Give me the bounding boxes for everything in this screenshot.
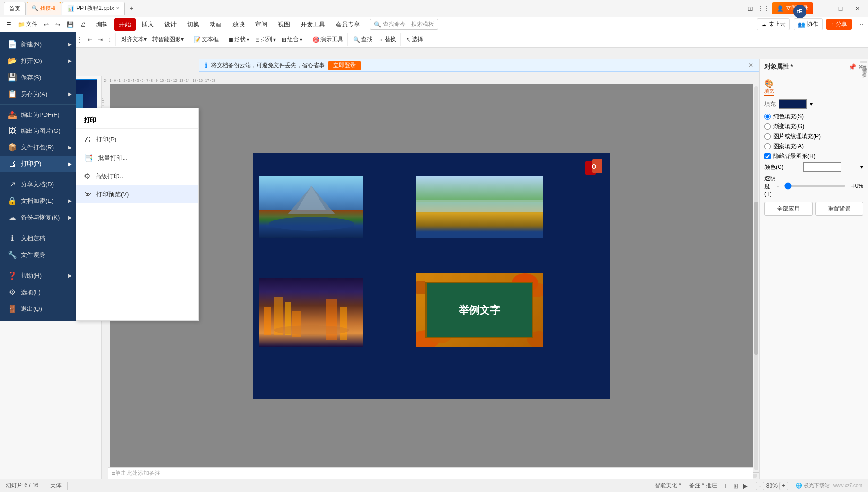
side-tab-2[interactable]: 动画 <box>860 64 867 67</box>
image-city[interactable] <box>259 278 363 347</box>
view-present-button[interactable]: ▶ <box>743 482 748 490</box>
batch-print-button[interactable]: 📑 批量打印... <box>76 149 198 167</box>
notes-button[interactable]: 备注 * 批注 <box>689 482 717 490</box>
share-button[interactable]: ↑ 分享 <box>826 19 852 30</box>
side-tab-3[interactable]: 切换 <box>860 68 867 71</box>
radio-solid[interactable]: 纯色填充(S) <box>764 113 863 121</box>
zoom-in-button[interactable]: + <box>779 482 788 490</box>
menu-filepack[interactable]: 📦 文件打包(R) ▶ <box>0 139 76 156</box>
radio-gradient-input[interactable] <box>764 123 771 130</box>
menu-new[interactable]: 📄 新建(N) ▶ <box>0 36 76 53</box>
search-bar[interactable]: 🔍 查找命令、搜索模板 <box>370 19 438 30</box>
opacity-minus-icon[interactable]: - <box>777 182 779 190</box>
menu-item-review[interactable]: 审阅 <box>250 18 272 31</box>
image-mountain[interactable] <box>259 176 363 238</box>
print-direct-button[interactable]: 🖨 打印(P)... <box>76 131 198 149</box>
save-quick-button[interactable]: 💾 <box>64 20 76 29</box>
sort-button[interactable]: ⊟ 排列 ▾ <box>253 35 278 44</box>
select-button[interactable]: ↖ 选择 <box>404 35 425 44</box>
menu-backup[interactable]: ☁ 备份与恢复(K) ▶ <box>0 209 76 226</box>
menu-exportimg[interactable]: 🖼 编出为图片(G) <box>0 123 76 139</box>
menu-print[interactable]: 🖨 打印(P) ▶ <box>0 156 76 172</box>
image-forest[interactable] <box>416 176 543 238</box>
add-tab-button[interactable]: + <box>126 3 137 14</box>
radio-pattern[interactable]: 图案填充(A) <box>764 142 863 150</box>
menu-quit[interactable]: 🚪 退出(Q) <box>0 300 76 317</box>
layout-icon[interactable]: ⊞ <box>745 4 755 13</box>
maximize-button[interactable]: □ <box>834 2 847 15</box>
vertical-scrollbar[interactable] <box>753 84 759 472</box>
smart-beautify-button[interactable]: 智能美化 * <box>655 482 681 490</box>
file-menu-button[interactable]: 📁 文件 <box>16 19 40 29</box>
menu-exportpdf[interactable]: 📤 编出为PDF(F) <box>0 106 76 123</box>
menu-open[interactable]: 📂 打开(O) ▶ <box>0 53 76 69</box>
menu-item-vip[interactable]: 会员专享 <box>331 18 365 31</box>
view-normal-button[interactable]: □ <box>725 482 729 490</box>
menu-item-design[interactable]: 设计 <box>159 18 181 31</box>
fill-dropdown-icon[interactable]: ▾ <box>810 101 813 107</box>
menu-options[interactable]: ⚙ 选项(L) <box>0 284 76 300</box>
presenter-tools-button[interactable]: 🎯 演示工具 <box>310 35 345 44</box>
more-options-button[interactable]: ⋯ <box>856 20 866 29</box>
hide-bg-checkbox[interactable] <box>764 153 771 159</box>
print-preview-button[interactable]: 👁 打印预览(V) <box>76 185 198 203</box>
close-window-button[interactable]: ✕ <box>851 2 864 15</box>
opacity-slider[interactable] <box>784 185 845 187</box>
menu-filerepair[interactable]: 🔧 文件瘦身 <box>0 246 76 263</box>
menu-item-insert[interactable]: 插入 <box>137 18 159 31</box>
canvas-area[interactable]: 举例文字 O <box>110 84 753 467</box>
view-grid-button[interactable]: ⊞ <box>733 482 739 490</box>
redo-button[interactable]: ↪ <box>53 20 62 29</box>
pin-icon[interactable]: 📌 <box>849 63 856 70</box>
menu-docinfo[interactable]: ℹ 文档定稿 <box>0 230 76 246</box>
menu-item-devtools[interactable]: 开发工具 <box>296 18 330 31</box>
menu-item-start[interactable]: 开始 <box>114 18 136 31</box>
fill-color-swatch[interactable] <box>779 99 807 109</box>
note-area[interactable]: ≡ 单击此处添加备注 <box>108 467 753 479</box>
menu-share[interactable]: ↗ 分享文档(D) <box>0 176 76 193</box>
color-swatch-button[interactable] <box>803 162 841 172</box>
menu-item-slideshow[interactable]: 放映 <box>228 18 249 31</box>
login-button[interactable]: 立即登录 <box>328 61 361 70</box>
banner-close-button[interactable]: ✕ <box>748 62 753 69</box>
apply-all-button[interactable]: 全部应用 <box>764 202 813 216</box>
avatar[interactable]: tE <box>793 5 806 18</box>
menu-saveas[interactable]: 📋 另存为(A) ▶ <box>0 86 76 102</box>
color-dropdown-icon[interactable]: ▾ <box>860 164 863 170</box>
menu-save[interactable]: 💾 保存(S) <box>0 69 76 86</box>
opacity-plus-icon[interactable]: + <box>851 182 855 190</box>
menu-item-edit[interactable]: 编辑 <box>91 18 113 31</box>
grid-icon[interactable]: ⋮⋮ <box>759 4 768 13</box>
register-button[interactable]: 👤 立即登录 <box>772 2 813 14</box>
image-example[interactable]: 举例文字 <box>416 273 543 347</box>
slide-canvas[interactable]: 举例文字 O <box>253 153 610 399</box>
print-quick-button[interactable]: 🖨 <box>78 20 89 29</box>
hide-bg-row[interactable]: 隐藏背景图形(H) <box>764 152 863 160</box>
reset-bg-button[interactable]: 重置背景 <box>815 202 864 216</box>
collab-button[interactable]: 👥 协作 <box>794 18 823 30</box>
vscroll-track[interactable] <box>754 86 758 470</box>
vscroll-thumb[interactable] <box>754 202 758 355</box>
replace-button[interactable]: ↔ 替换 <box>376 35 399 44</box>
shape-button[interactable]: ◼ 形状 ▾ <box>226 35 252 44</box>
menu-item-switch[interactable]: 切换 <box>182 18 204 31</box>
find-button[interactable]: 🔍 查找 <box>351 35 375 44</box>
menu-encrypt[interactable]: 🔒 文档加密(E) ▶ <box>0 193 76 209</box>
advanced-print-button[interactable]: ⚙ 高级打印... <box>76 167 198 185</box>
menu-item-view[interactable]: 视图 <box>273 18 295 31</box>
menu-help[interactable]: ❓ 帮助(H) ▶ <box>0 267 76 284</box>
minimize-button[interactable]: ─ <box>817 2 830 15</box>
zoom-out-button[interactable]: - <box>756 482 764 490</box>
radio-picture[interactable]: 图片或纹理填充(P) <box>764 132 863 141</box>
radio-pattern-input[interactable] <box>764 143 771 149</box>
tab-close-icon[interactable]: ✕ <box>116 6 120 11</box>
menu-item-animate[interactable]: 动画 <box>205 18 227 31</box>
group-button[interactable]: ⊞ 组合 ▾ <box>279 35 305 44</box>
radio-gradient[interactable]: 渐变填充(G) <box>764 123 863 131</box>
cloud-button[interactable]: ☁ 未上云 <box>757 18 790 30</box>
fill-tab[interactable]: 🎨 填充 <box>764 79 774 96</box>
side-tab-1[interactable]: 属性 <box>860 61 867 63</box>
radio-solid-input[interactable] <box>764 114 771 120</box>
menu-toggle[interactable]: ☰ <box>4 20 14 29</box>
undo-button[interactable]: ↩ <box>42 20 51 29</box>
